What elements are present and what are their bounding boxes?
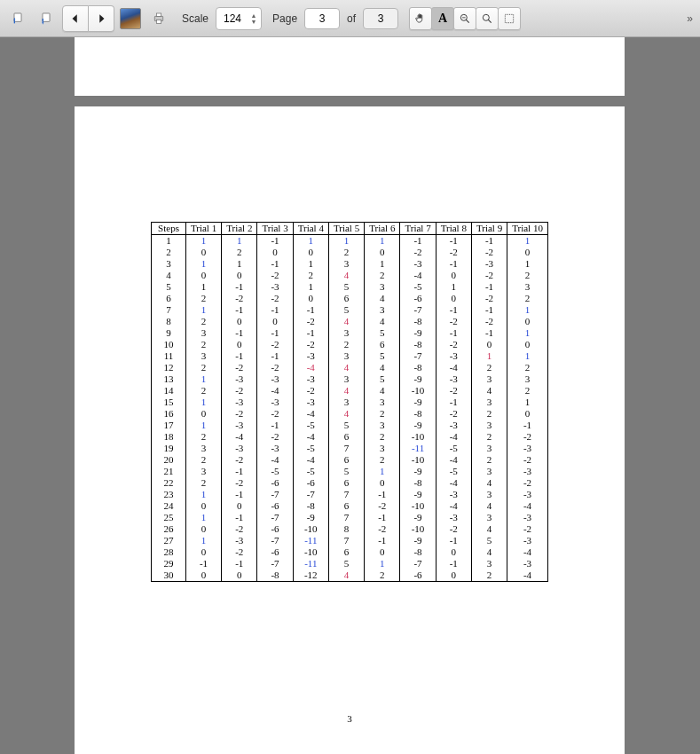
scale-stepper-icon[interactable]: ▲▼ — [248, 12, 260, 25]
cell-value: 4 — [328, 569, 364, 582]
cell-step: 19 — [152, 443, 186, 454]
cell-value: 3 — [365, 281, 400, 293]
scale-input[interactable]: ▲▼ — [216, 7, 262, 30]
cell-value: -1 — [222, 281, 257, 293]
cell-value: 1 — [185, 397, 221, 408]
hand-tool-button[interactable] — [409, 7, 432, 30]
cell-value: 1 — [185, 489, 221, 500]
cell-value: -7 — [257, 512, 293, 523]
cell-value: 1 — [507, 327, 548, 339]
cell-value: -1 — [293, 327, 328, 339]
cell-value: 1 — [365, 466, 400, 477]
cell-value: 0 — [185, 500, 221, 512]
table-row: 8200-244-8-2-20 — [152, 316, 548, 327]
text-tool-icon: A — [438, 12, 447, 26]
cell-value: -8 — [400, 477, 436, 489]
thumbnail-button[interactable] — [118, 6, 143, 31]
cell-value: 2 — [328, 339, 364, 350]
cell-value: 1 — [365, 558, 400, 569]
cell-value: -2 — [257, 293, 293, 304]
cell-value: 4 — [365, 385, 400, 397]
table-row: 113-1-1-335-7-311 — [152, 350, 548, 362]
cell-step: 27 — [152, 535, 186, 546]
prev-page-button[interactable] — [62, 5, 89, 32]
cell-value: -3 — [257, 397, 293, 408]
cell-value: 0 — [185, 247, 221, 258]
cell-value: -4 — [436, 362, 471, 373]
cell-value: 4 — [471, 500, 507, 512]
toolbar-overflow-button[interactable]: » — [687, 0, 693, 36]
cell-value: -3 — [222, 443, 257, 454]
cell-value: 5 — [365, 373, 400, 385]
cell-value: 2 — [185, 339, 221, 350]
cell-value: -2 — [222, 454, 257, 466]
document-viewport[interactable]: StepsTrial 1Trial 2Trial 3Trial 4Trial 5… — [0, 37, 700, 754]
cell-value: 1 — [185, 258, 221, 270]
page-up-button[interactable] — [5, 6, 30, 31]
cell-value: -2 — [257, 362, 293, 373]
cell-value: -2 — [471, 247, 507, 258]
cell-value: -2 — [436, 408, 471, 420]
page-down-button[interactable] — [34, 6, 59, 31]
cell-value: 5 — [328, 304, 364, 316]
cell-value: 2 — [507, 293, 548, 304]
scale-value[interactable] — [217, 12, 248, 26]
col-steps: Steps — [152, 223, 186, 235]
cell-value: -4 — [293, 431, 328, 443]
svg-rect-5 — [156, 13, 161, 16]
cell-value: -1 — [257, 327, 293, 339]
cell-value: -1 — [257, 350, 293, 362]
cell-value: -4 — [507, 569, 548, 582]
col-trial: Trial 5 — [328, 223, 364, 235]
next-page-button[interactable] — [89, 5, 114, 32]
marquee-tool-button[interactable] — [498, 7, 521, 30]
zoom-in-button[interactable] — [453, 7, 476, 30]
cell-value: 3 — [328, 258, 364, 270]
cell-value: 2 — [185, 385, 221, 397]
cell-value: -4 — [507, 500, 548, 512]
cell-value: -1 — [185, 558, 221, 569]
cell-step: 13 — [152, 373, 186, 385]
cell-value: -2 — [507, 523, 548, 535]
cell-value: -2 — [436, 247, 471, 258]
zoom-out-button[interactable] — [476, 7, 499, 30]
cell-value: 3 — [328, 350, 364, 362]
cell-value: -1 — [257, 420, 293, 431]
cell-value: 2 — [185, 454, 221, 466]
svg-rect-12 — [505, 14, 513, 22]
cell-value: -6 — [257, 477, 293, 489]
table-row: 280-2-6-1060-804-4 — [152, 546, 548, 558]
cell-value: -5 — [436, 466, 471, 477]
cell-step: 6 — [152, 293, 186, 304]
cell-value: 1 — [185, 304, 221, 316]
text-select-tool-button[interactable]: A — [431, 7, 454, 30]
cell-value: -1 — [257, 258, 293, 270]
page-gap — [75, 96, 625, 106]
cell-value: 4 — [471, 523, 507, 535]
svg-rect-6 — [156, 20, 161, 23]
cell-value: -11 — [400, 443, 436, 454]
cell-value: 1 — [436, 281, 471, 293]
cell-value: 2 — [365, 270, 400, 281]
cell-value: 1 — [328, 235, 364, 247]
cell-value: -2 — [257, 339, 293, 350]
cell-value: 5 — [365, 350, 400, 362]
current-page-input[interactable]: 3 — [304, 8, 340, 29]
cell-value: -4 — [507, 546, 548, 558]
cell-step: 29 — [152, 558, 186, 569]
cell-step: 4 — [152, 270, 186, 281]
print-button[interactable] — [146, 6, 171, 31]
cell-value: 4 — [365, 293, 400, 304]
cell-value: -2 — [222, 408, 257, 420]
cell-value: 1 — [471, 350, 507, 362]
cell-value: -6 — [257, 523, 293, 535]
cell-value: 5 — [471, 535, 507, 546]
cell-value: -1 — [222, 512, 257, 523]
current-page: StepsTrial 1Trial 2Trial 3Trial 4Trial 5… — [75, 106, 625, 754]
cell-value: -8 — [293, 500, 328, 512]
cell-value: 6 — [328, 477, 364, 489]
cell-value: 5 — [328, 420, 364, 431]
cell-value: 2 — [471, 408, 507, 420]
cell-value: -4 — [257, 454, 293, 466]
page-label: Page — [272, 12, 297, 25]
